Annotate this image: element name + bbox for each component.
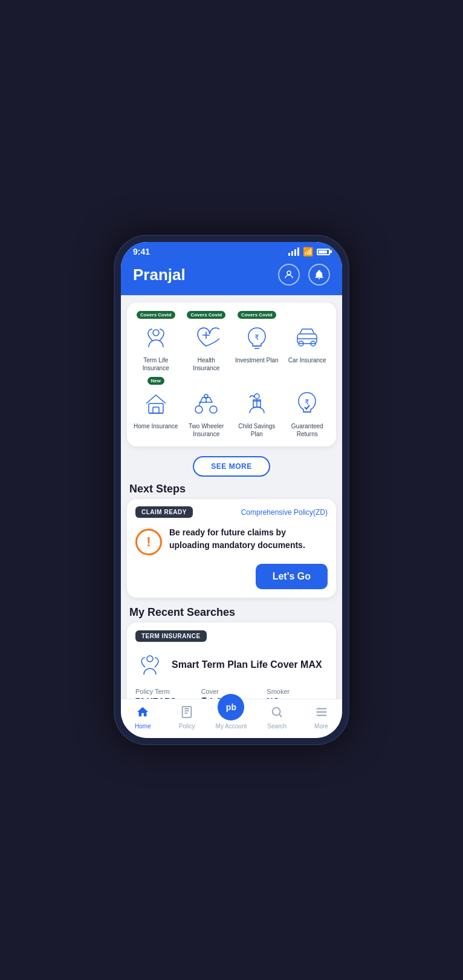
main-scroll[interactable]: Covers Covid Term Life Insurance xyxy=(121,295,342,699)
claim-header: CLAIM READY Comprehensive Policy(ZD) xyxy=(127,499,336,523)
svg-rect-7 xyxy=(153,407,159,413)
phone-frame: 9:41 📶 Pranjal xyxy=(114,235,349,745)
svg-point-13 xyxy=(147,656,153,662)
policy-nav-icon xyxy=(180,705,193,722)
child-savings-icon xyxy=(241,387,273,420)
health-label: Health Insurance xyxy=(184,356,230,372)
battery-icon xyxy=(317,249,330,255)
search-nav-label: Search xyxy=(267,723,287,730)
nav-my-account[interactable]: pb My Account xyxy=(216,706,247,730)
investment-icon: ₹ xyxy=(241,321,273,354)
bottom-nav: Home Policy pb My Account xyxy=(121,699,342,738)
car-icon xyxy=(291,321,323,354)
header-actions xyxy=(278,264,330,286)
nav-more[interactable]: More xyxy=(307,703,335,732)
health-icon xyxy=(190,321,222,354)
detail-policy-term: Policy Term 70 YEARS xyxy=(135,688,196,699)
car-label: Car Insurance xyxy=(288,356,326,364)
svg-point-8 xyxy=(195,406,202,413)
recent-searches-section: My Recent Searches TERM INSURANCE xyxy=(121,601,342,699)
svg-point-0 xyxy=(287,271,291,275)
alert-icon: ! xyxy=(135,529,162,555)
app-header: Pranjal xyxy=(121,259,342,295)
user-greeting: Pranjal xyxy=(133,266,186,284)
search-card-header: TERM INSURANCE xyxy=(127,622,336,645)
policy-link[interactable]: Comprehensive Policy(ZD) xyxy=(241,508,328,517)
status-time: 9:41 xyxy=(133,247,150,256)
claim-badge: CLAIM READY xyxy=(135,506,193,518)
policy-term-label: Policy Term xyxy=(135,688,196,695)
products-card: Covers Covid Term Life Insurance xyxy=(127,302,336,446)
claim-card: CLAIM READY Comprehensive Policy(ZD) ! B… xyxy=(127,499,336,598)
smoker-label: Smoker xyxy=(267,688,328,695)
term-life-badge: Covers Covid xyxy=(137,311,175,319)
investment-label: Investment Plan xyxy=(235,356,279,364)
term-badge: TERM INSURANCE xyxy=(135,630,207,642)
product-two-wheeler[interactable]: placeholder Two Wheeler Insurance xyxy=(184,377,230,438)
see-more-button[interactable]: SEE MORE xyxy=(193,456,270,477)
claim-body: ! Be ready for future claims by uploadin… xyxy=(127,523,336,564)
home-nav-icon xyxy=(136,705,149,722)
guaranteed-icon: ₹ xyxy=(291,387,323,420)
next-steps-title: Next Steps xyxy=(121,478,194,498)
svg-rect-6 xyxy=(149,403,163,413)
home-badge: New xyxy=(147,377,164,385)
product-home[interactable]: New Home Insurance xyxy=(133,377,179,438)
product-investment[interactable]: Covers Covid ₹ Investment Plan xyxy=(234,311,280,372)
svg-point-1 xyxy=(153,330,159,336)
product-health[interactable]: Covers Covid Health Insurance xyxy=(184,311,230,372)
product-guaranteed[interactable]: placeholder ₹ Guaranteed Returns xyxy=(285,377,331,438)
term-life-label: Term Life Insurance xyxy=(133,356,179,372)
notifications-button[interactable] xyxy=(308,264,330,286)
investment-badge: Covers Covid xyxy=(238,311,276,319)
home-label: Home Insurance xyxy=(134,422,178,430)
recent-searches-title: My Recent Searches xyxy=(121,601,244,622)
lets-go-button[interactable]: Let's Go xyxy=(256,564,328,589)
lets-go-wrap: Let's Go xyxy=(127,564,336,598)
detail-smoker: Smoker NO xyxy=(267,688,328,699)
status-icons: 📶 xyxy=(288,247,330,256)
child-savings-label: Child Savings Plan xyxy=(234,422,280,438)
svg-point-9 xyxy=(210,406,217,413)
nav-search[interactable]: Search xyxy=(260,703,294,732)
products-grid-row2: New Home Insurance xyxy=(133,377,330,438)
my-account-label: My Account xyxy=(216,723,247,730)
search-card-body: Smart Term Plan Life Cover MAX xyxy=(127,645,336,683)
nav-home[interactable]: Home xyxy=(128,703,158,732)
signal-icon xyxy=(288,247,299,256)
status-bar: 9:41 📶 xyxy=(121,242,342,259)
term-plan-icon xyxy=(135,650,164,679)
wifi-icon: 📶 xyxy=(303,247,313,256)
svg-point-11 xyxy=(254,394,259,399)
search-nav-icon xyxy=(270,705,283,722)
home-icon xyxy=(140,387,172,420)
plan-name: Smart Term Plan Life Cover MAX xyxy=(172,659,322,670)
svg-point-15 xyxy=(273,708,280,716)
product-car[interactable]: placeholder Car Insurance xyxy=(285,311,331,372)
products-grid-row1: Covers Covid Term Life Insurance xyxy=(133,311,330,372)
two-wheeler-label: Two Wheeler Insurance xyxy=(184,422,230,438)
svg-text:₹: ₹ xyxy=(254,333,259,342)
profile-button[interactable] xyxy=(278,264,300,286)
home-nav-label: Home xyxy=(135,723,151,730)
more-nav-icon xyxy=(315,705,328,722)
term-life-icon xyxy=(140,321,172,354)
health-badge: Covers Covid xyxy=(187,311,225,319)
claim-text: Be ready for future claims by uploading … xyxy=(169,526,328,552)
product-child-savings[interactable]: placeholder Child Savings Plan xyxy=(234,377,280,438)
product-term-life[interactable]: Covers Covid Term Life Insurance xyxy=(133,311,179,372)
my-account-logo: pb xyxy=(218,694,244,720)
two-wheeler-icon xyxy=(190,387,222,420)
more-nav-label: More xyxy=(314,723,328,730)
phone-screen: 9:41 📶 Pranjal xyxy=(121,242,342,738)
policy-nav-label: Policy xyxy=(179,723,195,730)
guaranteed-label: Guaranteed Returns xyxy=(285,422,331,438)
search-card[interactable]: TERM INSURANCE Smart Term Plan Life Cove… xyxy=(127,622,336,699)
nav-policy[interactable]: Policy xyxy=(172,703,202,732)
